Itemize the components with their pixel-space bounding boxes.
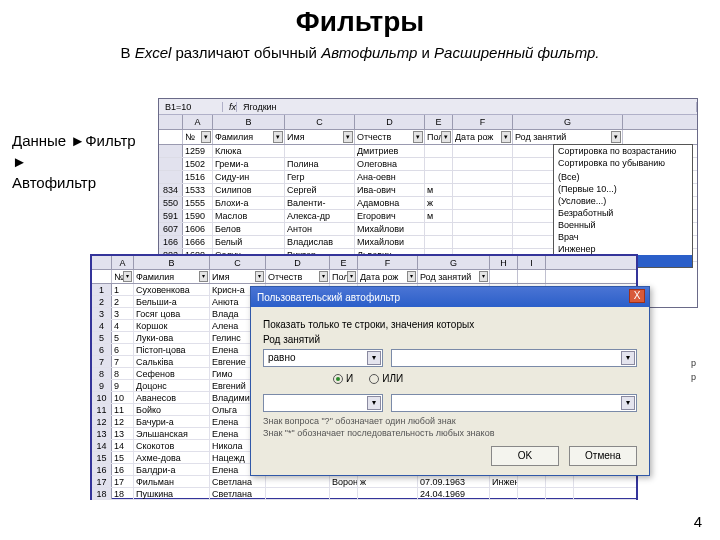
cell[interactable]: Гегр	[285, 171, 355, 183]
filter-cell[interactable]: Дата рож▾	[453, 130, 513, 144]
cell[interactable]: 1516	[183, 171, 213, 183]
name-box[interactable]: B1=10	[159, 102, 223, 112]
col-header[interactable]: D	[266, 256, 330, 269]
cell[interactable]: 3	[112, 308, 134, 319]
ok-button[interactable]: OK	[491, 446, 559, 466]
cell[interactable]: 12	[112, 416, 134, 427]
col-header[interactable]	[159, 115, 183, 129]
filter-cell[interactable]: Отчеств▾	[266, 270, 330, 283]
autofilter-dropdown[interactable]: Сортировка по возрастаниюСортировка по у…	[553, 144, 693, 268]
cell[interactable]: 14	[92, 440, 112, 451]
radio-or[interactable]: ИЛИ	[369, 373, 403, 384]
col-header[interactable]: D	[355, 115, 425, 129]
cell[interactable]: 15	[92, 452, 112, 463]
cell[interactable]: Ана-оевн	[355, 171, 425, 183]
cell[interactable]: 24.04.1969	[418, 488, 490, 499]
cell[interactable]: 6	[92, 344, 112, 355]
cell[interactable]: 10	[112, 392, 134, 403]
cell[interactable]	[330, 488, 358, 499]
cell[interactable]	[159, 145, 183, 157]
cell[interactable]: 1666	[183, 236, 213, 248]
cell[interactable]: Бачури-а	[134, 416, 210, 427]
cell[interactable]: м	[425, 210, 453, 222]
cell[interactable]: 591	[159, 210, 183, 222]
cell[interactable]: 5	[92, 332, 112, 343]
col-header[interactable]: C	[210, 256, 266, 269]
cell[interactable]	[453, 145, 513, 157]
col-header[interactable]: F	[358, 256, 418, 269]
cell[interactable]: 2	[92, 296, 112, 307]
cell[interactable]: Сальківа	[134, 356, 210, 367]
cell[interactable]: Пістоп-цова	[134, 344, 210, 355]
cell[interactable]: 18	[92, 488, 112, 499]
filter-chevron-icon[interactable]: ▾	[123, 271, 132, 282]
cell[interactable]: 13	[92, 428, 112, 439]
cell[interactable]: Коршок	[134, 320, 210, 331]
cell[interactable]: Белов	[213, 223, 285, 235]
filter-chevron-icon[interactable]: ▾	[273, 131, 283, 143]
cell[interactable]: 9	[92, 380, 112, 391]
cell[interactable]: Ива-ович	[355, 184, 425, 196]
cell[interactable]: Сефенов	[134, 368, 210, 379]
filter-cell[interactable]: Род занятий▾	[418, 270, 490, 283]
cell[interactable]: 550	[159, 197, 183, 209]
cell[interactable]	[453, 171, 513, 183]
cell[interactable]: 1502	[183, 158, 213, 170]
formula-bar[interactable]: Ягодкин	[237, 102, 697, 112]
cell[interactable]: 1590	[183, 210, 213, 222]
cell[interactable]: 17	[92, 476, 112, 487]
col-header[interactable]: F	[453, 115, 513, 129]
cell[interactable]	[453, 158, 513, 170]
cell[interactable]: Силипов	[213, 184, 285, 196]
cell[interactable]	[453, 210, 513, 222]
cell[interactable]: Михайлови	[355, 223, 425, 235]
cell[interactable]: 1259	[183, 145, 213, 157]
cell[interactable]: 6	[112, 344, 134, 355]
cell[interactable]: Маслов	[213, 210, 285, 222]
filter-chevron-icon[interactable]: ▾	[199, 271, 208, 282]
filter-cell[interactable]	[92, 270, 112, 283]
filter-chevron-icon[interactable]: ▾	[255, 271, 264, 282]
cell[interactable]: Доцонс	[134, 380, 210, 391]
cell[interactable]: 4	[112, 320, 134, 331]
col-header[interactable]: B	[213, 115, 285, 129]
cell[interactable]	[518, 476, 546, 487]
cell[interactable]: 11	[92, 404, 112, 415]
filter-cell[interactable]: Дата рож▾	[358, 270, 418, 283]
filter-chevron-icon[interactable]: ▾	[611, 131, 621, 143]
cell[interactable]: 13	[112, 428, 134, 439]
filter-cell[interactable]: Имя▾	[210, 270, 266, 283]
cell[interactable]: Инжене-	[490, 476, 518, 487]
filter-chevron-icon[interactable]: ▾	[407, 271, 416, 282]
cell[interactable]: 8	[112, 368, 134, 379]
cell[interactable]	[425, 236, 453, 248]
cell[interactable]: Суховенкова	[134, 284, 210, 295]
col-header[interactable]	[92, 256, 112, 269]
cell[interactable]	[425, 223, 453, 235]
condition-2-operator[interactable]: ▾	[263, 394, 383, 412]
dropdown-item[interactable]: Военный	[554, 219, 692, 231]
cell[interactable]: 07.09.1963	[418, 476, 490, 487]
cell[interactable]: Блохи-а	[213, 197, 285, 209]
cell[interactable]: Олеговна	[355, 158, 425, 170]
cell[interactable]: 4	[92, 320, 112, 331]
col-header[interactable]: A	[183, 115, 213, 129]
col-header[interactable]: C	[285, 115, 355, 129]
fx-icon[interactable]: fx	[223, 102, 237, 112]
cell[interactable]	[159, 171, 183, 183]
filter-cell[interactable]: Фамилия▾	[213, 130, 285, 144]
cell[interactable]: Егорович	[355, 210, 425, 222]
dropdown-item[interactable]: Безработный	[554, 207, 692, 219]
cell[interactable]: ж	[358, 476, 418, 487]
filter-chevron-icon[interactable]: ▾	[441, 131, 451, 143]
cell[interactable]	[358, 488, 418, 499]
filter-chevron-icon[interactable]: ▾	[201, 131, 211, 143]
cell[interactable]: Светлана	[210, 488, 266, 499]
cell[interactable]: 18	[112, 488, 134, 499]
cell[interactable]: Светлана	[210, 476, 266, 487]
filter-cell[interactable]	[159, 130, 183, 144]
filter-cell[interactable]: Имя▾	[285, 130, 355, 144]
cell[interactable]: 1533	[183, 184, 213, 196]
col-header[interactable]: G	[513, 115, 623, 129]
cell[interactable]: Валенти-	[285, 197, 355, 209]
